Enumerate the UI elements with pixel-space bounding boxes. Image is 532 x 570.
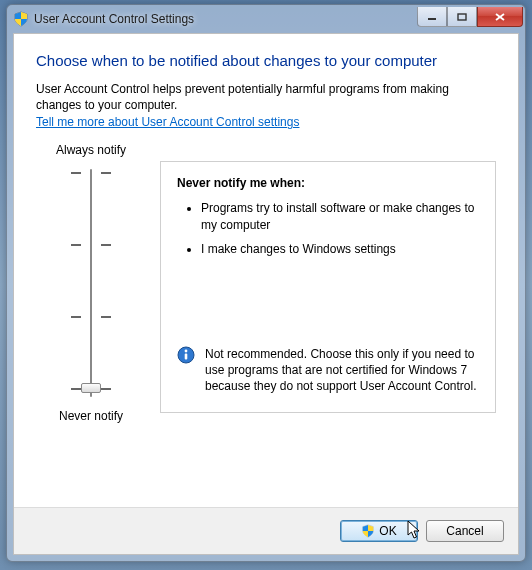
slider-column: Always notify Never notify bbox=[36, 143, 146, 429]
ok-button[interactable]: OK bbox=[340, 520, 418, 542]
intro-text: User Account Control helps prevent poten… bbox=[36, 81, 496, 113]
details-bullets: Programs try to install software or make… bbox=[181, 200, 479, 257]
cancel-button-label: Cancel bbox=[446, 524, 483, 538]
notify-slider[interactable] bbox=[61, 163, 121, 403]
shield-icon bbox=[361, 524, 375, 538]
main-heading: Choose when to be notified about changes… bbox=[36, 52, 496, 69]
window-title: User Account Control Settings bbox=[34, 12, 417, 26]
maximize-icon bbox=[457, 13, 467, 21]
close-button[interactable] bbox=[477, 7, 523, 27]
info-icon bbox=[177, 346, 195, 364]
minimize-icon bbox=[427, 13, 437, 21]
slider-top-label: Always notify bbox=[36, 143, 146, 157]
svg-rect-1 bbox=[458, 14, 466, 20]
svg-rect-6 bbox=[185, 353, 188, 359]
footer-bar: OK Cancel bbox=[14, 507, 518, 554]
minimize-button[interactable] bbox=[417, 7, 447, 27]
titlebar[interactable]: User Account Control Settings bbox=[7, 5, 525, 33]
svg-point-5 bbox=[185, 349, 188, 352]
content-area: Choose when to be notified about changes… bbox=[14, 34, 518, 507]
client-area: Choose when to be notified about changes… bbox=[13, 33, 519, 555]
window-controls bbox=[417, 7, 523, 27]
info-row: Not recommended. Choose this only if you… bbox=[177, 346, 479, 395]
ok-button-label: OK bbox=[379, 524, 396, 538]
slider-bottom-label: Never notify bbox=[36, 409, 146, 423]
close-icon bbox=[494, 12, 506, 22]
details-panel: Never notify me when: Programs try to in… bbox=[160, 161, 496, 413]
info-text: Not recommended. Choose this only if you… bbox=[205, 346, 479, 395]
details-heading: Never notify me when: bbox=[177, 176, 479, 190]
cancel-button[interactable]: Cancel bbox=[426, 520, 504, 542]
bullet-item: I make changes to Windows settings bbox=[201, 241, 479, 257]
uac-settings-window: User Account Control Settings Choose whe… bbox=[6, 4, 526, 562]
slider-thumb[interactable] bbox=[81, 383, 101, 393]
maximize-button[interactable] bbox=[447, 7, 477, 27]
svg-rect-0 bbox=[428, 18, 436, 20]
learn-more-link[interactable]: Tell me more about User Account Control … bbox=[36, 115, 299, 129]
bullet-item: Programs try to install software or make… bbox=[201, 200, 479, 232]
shield-icon bbox=[13, 11, 29, 27]
slider-row: Always notify Never notify Never notify … bbox=[36, 143, 496, 429]
